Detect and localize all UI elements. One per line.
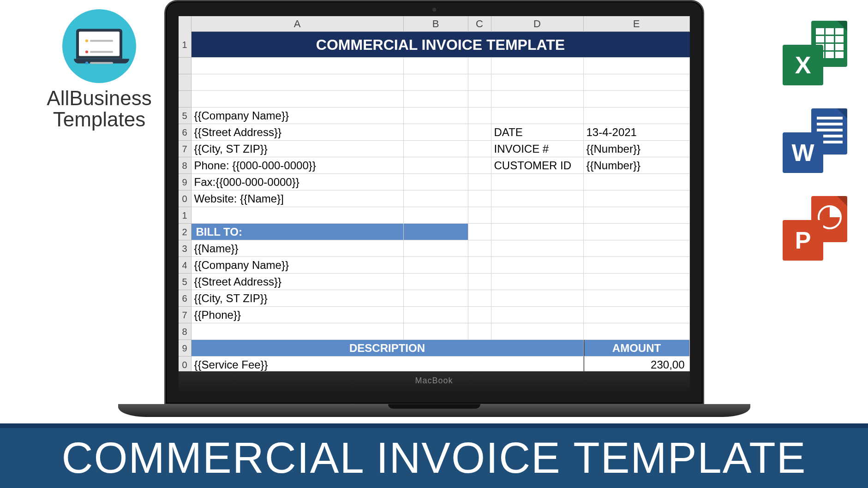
row-number[interactable] (179, 58, 192, 74)
row-number[interactable]: 8 (179, 323, 192, 340)
row-number[interactable]: 5 (179, 107, 192, 124)
row-number[interactable]: 1 (179, 32, 192, 58)
spreadsheet: A B C D E 1 COMMERCIAL INVOICE TEMPLATE (179, 16, 690, 371)
date-label-cell[interactable]: DATE (491, 124, 584, 141)
billto-city-cell[interactable]: {{City, ST ZIP}} (192, 290, 404, 307)
macbook-mockup: A B C D E 1 COMMERCIAL INVOICE TEMPLATE (164, 0, 704, 417)
row-number[interactable]: 9 (179, 340, 192, 357)
billto-company-cell[interactable]: {{Company Name}} (192, 257, 404, 274)
row-number[interactable]: 6 (179, 124, 192, 141)
logo-circle-icon (62, 9, 136, 83)
row-number[interactable]: 4 (179, 257, 192, 274)
invoice-value-cell[interactable]: {{Number}} (584, 141, 690, 157)
row-number[interactable]: 0 (179, 357, 192, 371)
customer-value-cell[interactable]: {{Number}} (584, 157, 690, 174)
line-item-amount[interactable]: 230,00 (584, 357, 690, 371)
phone-cell[interactable]: Phone: {{000-000-0000}} (192, 157, 404, 174)
row-number[interactable]: 9 (179, 174, 192, 190)
row-number[interactable] (179, 91, 192, 107)
row-number[interactable] (179, 74, 192, 91)
row-number[interactable]: 0 (179, 190, 192, 207)
date-value-cell[interactable]: 13-4-2021 (584, 124, 690, 141)
bill-to-header[interactable]: BILL TO: (192, 224, 404, 240)
row-number[interactable]: 7 (179, 141, 192, 157)
page-banner: COMMERCIAL INVOICE TEMPLATE (0, 423, 868, 488)
website-cell[interactable]: Website: {{Name}] (192, 190, 404, 207)
excel-icon: X (783, 21, 847, 85)
customer-label-cell[interactable]: CUSTOMER ID (491, 157, 584, 174)
column-headers: A B C D E (179, 16, 690, 32)
company-name-cell[interactable]: {{Company Name}} (192, 107, 404, 124)
description-header[interactable]: DESCRIPTION (192, 340, 584, 357)
row-number[interactable]: 6 (179, 290, 192, 307)
col-header[interactable]: E (584, 16, 690, 32)
brand-text-line1: AllBusiness (39, 88, 159, 109)
col-header[interactable]: C (468, 16, 491, 32)
col-header[interactable]: B (404, 16, 468, 32)
street-cell[interactable]: {{Street Address}} (192, 124, 404, 141)
billto-street-cell[interactable]: {{Street Address}} (192, 274, 404, 290)
file-type-icons: X W P (783, 21, 847, 261)
row-number[interactable]: 7 (179, 307, 192, 323)
brand-logo: AllBusiness Templates (39, 9, 159, 130)
row-number[interactable]: 1 (179, 207, 192, 224)
row-number[interactable]: 2 (179, 224, 192, 240)
invoice-label-cell[interactable]: INVOICE # (491, 141, 584, 157)
sheet-title: COMMERCIAL INVOICE TEMPLATE (192, 32, 690, 58)
billto-phone-cell[interactable]: {{Phone}} (192, 307, 404, 323)
city-cell[interactable]: {{City, ST ZIP}} (192, 141, 404, 157)
col-header[interactable]: A (192, 16, 404, 32)
brand-text-line2: Templates (39, 109, 159, 130)
camera-icon (432, 8, 436, 12)
fax-cell[interactable]: Fax:{{000-000-0000}} (192, 174, 404, 190)
line-item-desc[interactable]: {{Service Fee}} (192, 357, 584, 371)
row-number[interactable]: 3 (179, 240, 192, 257)
col-header[interactable]: D (491, 16, 584, 32)
laptop-icon (74, 29, 125, 64)
word-icon: W (783, 108, 847, 173)
billto-name-cell[interactable]: {{Name}} (192, 240, 404, 257)
row-number[interactable]: 8 (179, 157, 192, 174)
powerpoint-icon: P (783, 196, 847, 261)
amount-header[interactable]: AMOUNT (584, 340, 690, 357)
macbook-base (118, 404, 750, 417)
row-number[interactable]: 5 (179, 274, 192, 290)
macbook-label: MacBook (179, 371, 690, 394)
